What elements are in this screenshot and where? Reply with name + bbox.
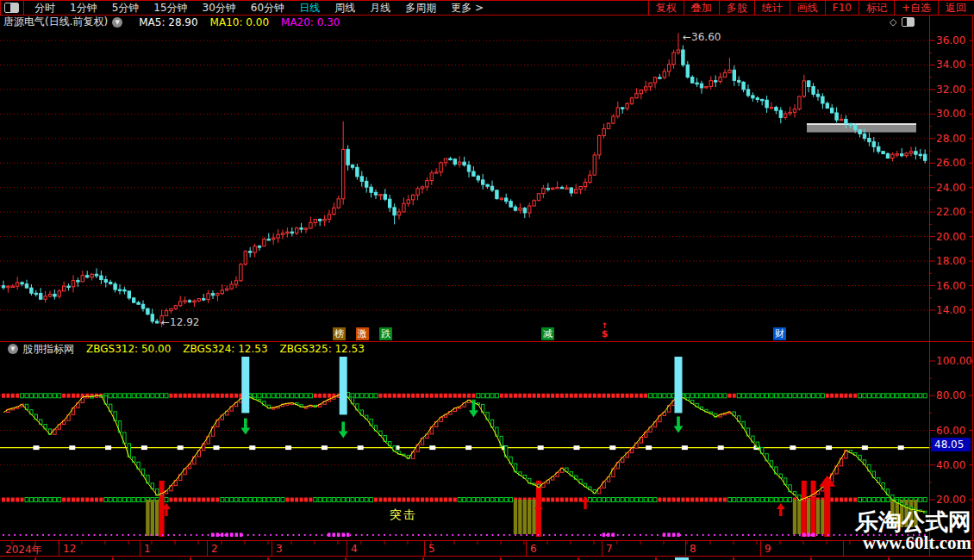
high-price-annotation: ←36.60 [683, 31, 721, 43]
period-tab-1min[interactable]: 1分钟 [70, 1, 97, 16]
period-tab-60min[interactable]: 60分钟 [251, 1, 284, 16]
x-axis-month-label: 7 [606, 543, 613, 555]
period-tab-5min[interactable]: 5分钟 [112, 1, 140, 16]
x-axis-month-label: 5 [428, 543, 435, 555]
menu-divider [23, 1, 24, 15]
price-axis-label: 28.00 [936, 133, 972, 145]
cyan-signal-bar [675, 357, 683, 413]
green-down-arrow-icon [674, 416, 684, 432]
chart-canvas [0, 0, 974, 560]
indicator-axis-label: 20.00 [936, 494, 972, 506]
ma-label-3: MA20: 0.30 [281, 16, 340, 28]
period-tab-daily[interactable]: 日线 [299, 1, 320, 16]
tool-multi-stock[interactable]: 多股 [719, 1, 754, 15]
chart-button-fall[interactable]: 跌 [379, 327, 392, 340]
period-tab-15min[interactable]: 15分钟 [153, 1, 187, 16]
price-axis-label: 26.00 [936, 157, 972, 169]
watermark-url: www.60lt.com [855, 534, 971, 553]
price-axis-label: 34.00 [936, 59, 972, 71]
tool-draw-line[interactable]: 画线 [790, 1, 825, 15]
indicator-param-1: ZBGS312: 50.00 [86, 343, 171, 355]
watermark-site-name: 乐淘公式网 [855, 510, 971, 534]
period-tab-more[interactable]: 更多 > [451, 1, 484, 16]
diamond-icon[interactable]: ◇ [890, 17, 896, 27]
period-tab-multi-period[interactable]: 多周期 [405, 1, 436, 16]
watermark: 乐淘公式网 www.60lt.com [855, 510, 971, 553]
chevron-down-icon[interactable]: ▼ [8, 344, 18, 354]
red-up-arrow-icon [777, 503, 785, 516]
chart-button-reduce[interactable]: 减 [541, 327, 554, 340]
x-axis-month-label: 6 [530, 543, 537, 555]
current-value-badge: 48.05 [931, 438, 971, 451]
period-tab-30min[interactable]: 30分钟 [203, 1, 236, 16]
price-axis-label: 18.00 [936, 255, 972, 267]
low-price-annotation: ←12.92 [161, 316, 199, 328]
title-bar-icons: ◇ [890, 16, 915, 28]
indicator-axis-label: 80.00 [936, 389, 972, 401]
indicator-values: ZBGS312: 50.00ZBGS324: 12.53ZBGS325: 12.… [74, 343, 365, 355]
chart-button-ranking[interactable]: 榜 [333, 327, 346, 340]
x-axis-month-label: 1 [144, 543, 151, 555]
price-axis-label: 14.00 [936, 304, 972, 316]
chart-button-finance[interactable]: 财 [773, 327, 786, 340]
chart-button-surge[interactable]: 激 [356, 327, 369, 340]
tool-back[interactable]: 返回 [938, 1, 973, 15]
x-axis-month-label: 2 [211, 543, 218, 555]
indicator-axis-label: 60.00 [936, 425, 972, 437]
price-axis-label: 30.00 [936, 108, 972, 120]
signal-markers [3, 357, 926, 537]
tool-overlay[interactable]: 叠加 [684, 1, 719, 15]
x-axis-month-label: 4 [351, 543, 358, 555]
tool-add-watchlist[interactable]: +自选 [894, 1, 938, 15]
cyan-signal-bar [340, 357, 347, 414]
cyan-signal-bar [241, 357, 249, 413]
tool-mark[interactable]: 标记 [858, 1, 894, 15]
x-axis-month-label: 3 [276, 543, 283, 555]
x-axis-month-label: 8 [690, 543, 696, 555]
candlestick-series [2, 33, 927, 327]
tool-statistics[interactable]: 统计 [754, 1, 790, 15]
indicator-param-2: ZBGS324: 12.53 [183, 343, 267, 355]
period-tab-monthly[interactable]: 月线 [370, 1, 390, 16]
x-axis-month-label: 12 [63, 543, 76, 555]
trading-terminal-window: 分时1分钟5分钟15分钟30分钟60分钟日线周线月线多周期更多 > 复权叠加多股… [0, 0, 974, 560]
period-tab-weekly[interactable]: 周线 [334, 1, 355, 16]
tool-f10[interactable]: F10 [825, 1, 858, 15]
up-arrow-icon: ↑ [598, 320, 611, 333]
chevron-down-icon[interactable]: ▼ [112, 17, 122, 28]
top-menu-bar: 分时1分钟5分钟15分钟30分钟60分钟日线周线月线多周期更多 > 复权叠加多股… [0, 0, 974, 16]
panel-layout-icon[interactable] [902, 17, 915, 27]
window-layout-icon[interactable] [4, 3, 19, 13]
indicator-axis-label: 100.00 [936, 355, 972, 367]
chart-title: 唐源电气(日线.前复权) [3, 15, 108, 29]
price-axis-label: 16.00 [936, 280, 972, 292]
x-axis-month-label: 9 [765, 543, 771, 555]
ma-indicator-labels: MA5: 28.90MA10: 0.00MA20: 0.30 [127, 16, 340, 28]
indicator-ribbon [3, 392, 927, 513]
price-axis-label: 36.00 [936, 34, 972, 47]
drawn-line-white[interactable] [807, 123, 916, 126]
price-axis-label: 24.00 [936, 182, 972, 194]
green-down-arrow-icon [240, 418, 250, 434]
toolbar-menu: 复权叠加多股统计画线F10标记+自选返回 [648, 1, 973, 15]
chart-title-bar: 唐源电气(日线.前复权) ▼ MA5: 28.90MA10: 0.00MA20:… [3, 16, 340, 28]
price-axis-label: 32.00 [936, 84, 972, 96]
period-tabs: 分时1分钟5分钟15分钟30分钟60分钟日线周线月线多周期更多 > [34, 1, 484, 16]
indicator-source-label: 股朋指标网 [22, 342, 74, 357]
indicator-header: ▼ 股朋指标网 ZBGS312: 50.00ZBGS324: 12.53ZBGS… [3, 343, 365, 355]
tool-adjust[interactable]: 复权 [648, 1, 684, 15]
ma-label-1: MA5: 28.90 [139, 16, 197, 28]
indicator-param-3: ZBGS325: 12.53 [280, 343, 365, 355]
indicator-axis-label: 40.00 [936, 459, 972, 471]
main-grid [0, 40, 973, 310]
price-axis-label: 22.00 [936, 206, 972, 218]
signal-text-label: 突击 [390, 507, 417, 523]
chart-button-dollar[interactable]: $↑ [598, 327, 611, 340]
green-down-arrow-icon [339, 421, 348, 438]
period-tab-timeshare[interactable]: 分时 [34, 1, 55, 16]
ma-label-2: MA10: 0.00 [210, 16, 269, 28]
price-axis-label: 20.00 [936, 231, 972, 243]
x-axis-month-label: 2024年 [5, 543, 42, 557]
